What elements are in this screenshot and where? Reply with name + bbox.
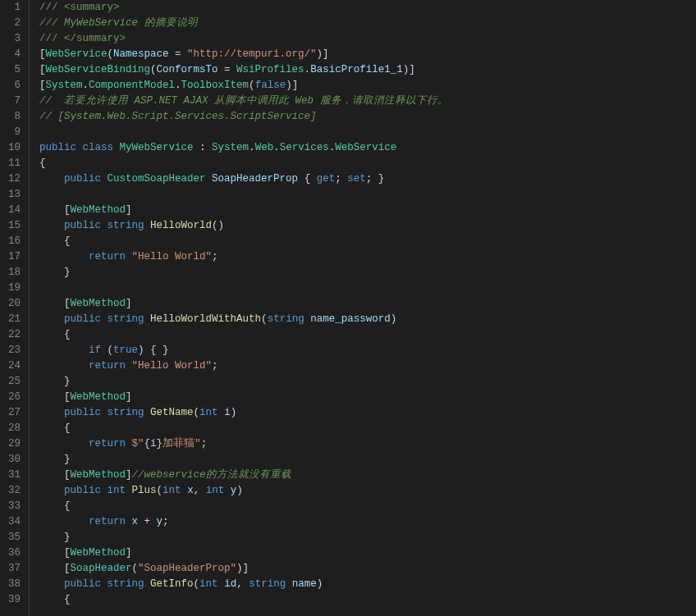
code-line[interactable]: /// </summary> <box>39 31 696 47</box>
token: x <box>132 516 139 527</box>
code-line[interactable]: public int Plus(int x, int y) <box>39 483 696 499</box>
code-editor[interactable]: 1234567891011121314151617181920212223242… <box>0 0 696 616</box>
code-line[interactable]: public string GetInfo(int id, string nam… <box>39 577 696 592</box>
code-line[interactable]: public string HelloWorldWithAuth(string … <box>39 312 696 327</box>
code-line[interactable]: { <box>39 234 696 249</box>
code-line[interactable]: if (true) { } <box>39 343 696 358</box>
token <box>39 438 89 449</box>
token <box>144 313 151 325</box>
token: . <box>175 80 181 91</box>
token: // 若要允许使用 ASP.NET AJAX 从脚本中调用此 Web 服务，请取… <box>39 95 448 107</box>
line-number: 36 <box>5 545 21 561</box>
token: return <box>89 251 126 262</box>
code-line[interactable]: [WebService(Namespace = "http://tempuri.… <box>39 47 696 62</box>
code-line[interactable]: public string HelloWorld() <box>39 218 696 234</box>
line-number-gutter: 1234567891011121314151617181920212223242… <box>0 0 30 616</box>
line-number: 8 <box>5 109 21 125</box>
code-line[interactable]: [System.ComponentModel.ToolboxItem(false… <box>39 78 696 94</box>
code-line[interactable]: [SoapHeader("SoapHeaderProp")] <box>39 561 696 577</box>
token: . <box>304 64 311 75</box>
code-line[interactable]: } <box>39 530 696 545</box>
token: ( <box>194 578 200 590</box>
token: /// MyWebService 的摘要说明 <box>39 17 198 29</box>
code-line[interactable]: [WebMethod] <box>39 203 696 218</box>
code-line[interactable]: public class MyWebService : System.Web.S… <box>39 140 696 156</box>
code-line[interactable]: { <box>39 421 696 436</box>
token: ; <box>201 438 208 449</box>
token: ComponentModel <box>89 80 175 91</box>
line-number: 25 <box>5 374 21 390</box>
code-line[interactable] <box>39 125 696 140</box>
line-number: 26 <box>5 390 21 405</box>
token: "http://tempuri.org/" <box>187 48 317 60</box>
token: = <box>218 64 237 75</box>
token <box>39 578 64 590</box>
token: /// </summary> <box>39 33 126 44</box>
code-line[interactable]: /// MyWebService 的摘要说明 <box>39 16 696 31</box>
token: { <box>39 422 71 434</box>
code-line[interactable]: { <box>39 156 696 171</box>
token <box>39 485 64 496</box>
line-number: 14 <box>5 203 21 218</box>
code-line[interactable] <box>39 187 696 203</box>
line-number: 39 <box>5 592 21 608</box>
code-line[interactable]: { <box>39 499 696 514</box>
token: return <box>89 360 126 372</box>
code-line[interactable]: } <box>39 374 696 390</box>
token <box>224 485 231 496</box>
code-line[interactable]: [WebMethod] <box>39 390 696 405</box>
code-line[interactable]: // [System.Web.Script.Services.ScriptSer… <box>39 109 696 125</box>
token: ( <box>108 48 114 60</box>
code-line[interactable] <box>39 281 696 296</box>
code-line[interactable]: } <box>39 265 696 281</box>
code-line[interactable]: } <box>39 452 696 468</box>
token: ; } <box>366 173 385 185</box>
code-line[interactable]: [WebMethod]//webservice的方法就没有重载 <box>39 468 696 483</box>
token: ] <box>126 547 132 559</box>
code-line[interactable]: [WebServiceBinding(ConformsTo = WsiProfi… <box>39 62 696 78</box>
code-line[interactable]: { <box>39 592 696 608</box>
code-line[interactable]: return x + y; <box>39 514 696 530</box>
token: ( <box>194 407 200 418</box>
code-line[interactable]: [WebMethod] <box>39 545 696 561</box>
token: [ <box>39 64 46 75</box>
code-line[interactable]: return $"{i}加菲猫"; <box>39 436 696 452</box>
token: //webservice的方法就没有重载 <box>132 469 291 481</box>
code-line[interactable]: { <box>39 327 696 343</box>
token: WsiProfiles <box>236 64 304 75</box>
token: "SoapHeaderProp" <box>138 563 236 574</box>
token: ( <box>249 80 255 91</box>
line-number: 3 <box>5 31 21 47</box>
line-number: 15 <box>5 218 21 234</box>
line-number: 9 <box>5 125 21 140</box>
token: "Hello World" <box>132 251 213 262</box>
token: } <box>157 438 163 449</box>
token: . <box>249 142 255 153</box>
token: public <box>64 485 101 496</box>
token: { <box>144 438 151 449</box>
token <box>101 313 108 325</box>
code-line[interactable]: return "Hello World"; <box>39 358 696 374</box>
token <box>39 173 64 185</box>
code-line[interactable]: [WebMethod] <box>39 296 696 312</box>
line-number: 2 <box>5 16 21 31</box>
line-number: 30 <box>5 452 21 468</box>
token: + <box>138 516 157 527</box>
token: "Hello World" <box>132 360 213 372</box>
token: WebMethod <box>71 204 126 216</box>
code-line[interactable]: /// <summary> <box>39 0 696 16</box>
token: int <box>199 407 218 418</box>
token: = <box>169 48 188 60</box>
code-line[interactable]: public CustomSoapHeader SoapHeaderProp {… <box>39 171 696 187</box>
token: } <box>39 267 71 278</box>
line-number: 18 <box>5 265 21 281</box>
code-line[interactable]: // 若要允许使用 ASP.NET AJAX 从脚本中调用此 Web 服务，请取… <box>39 94 696 109</box>
token: ) { } <box>138 345 169 356</box>
code-line[interactable]: return "Hello World"; <box>39 249 696 265</box>
token: , <box>236 578 249 590</box>
token: ( <box>150 64 157 75</box>
code-line[interactable]: public string GetName(int i) <box>39 405 696 421</box>
token: public <box>64 173 101 185</box>
token: ConformsTo <box>157 64 218 75</box>
code-area[interactable]: /// <summary>/// MyWebService 的摘要说明/// <… <box>30 0 696 616</box>
